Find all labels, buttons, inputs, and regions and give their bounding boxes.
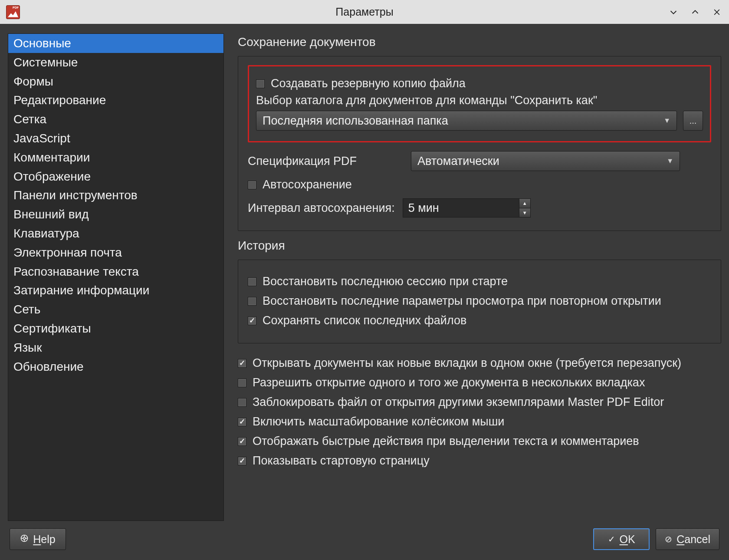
checkbox-open-tabs[interactable] [238,359,246,368]
sidebar-item[interactable]: Редактирование [8,91,223,110]
svg-point-3 [23,537,26,539]
checkbox-autosave[interactable] [248,181,256,189]
group-save: Создавать резервную копию файла Выбор ка… [238,56,721,231]
label-allow-multi: Разрешить открытие одного и того же доку… [253,376,645,389]
spinbox-autosave-interval[interactable]: 5 мин ▲ ▼ [403,198,531,217]
label-autosave-interval: Интервал автосохранения: [248,201,395,215]
spin-down-icon[interactable]: ▼ [519,208,530,217]
sidebar-item[interactable]: Внешний вид [8,205,223,224]
sidebar-item[interactable]: Распознавание текста [8,262,223,281]
section-title-save: Сохранение документов [238,35,721,49]
cancel-button[interactable]: ⊘ Cancel [656,528,719,550]
section-title-history: История [238,239,721,253]
sidebar-item[interactable]: Основные [8,34,223,53]
checkbox-quick-actions[interactable] [238,437,246,446]
label-wheel-zoom: Включить масштабирование колёсиком мыши [253,415,504,428]
checkbox-lock-file[interactable] [238,398,246,407]
ok-button[interactable]: ✓ OK [593,528,650,550]
label-backup: Создавать резервную копию файла [271,77,466,90]
label-quick-actions: Отображать быстрые действия при выделени… [253,435,639,448]
sidebar-item[interactable]: Панели инструментов [8,186,223,205]
checkbox-restore-view[interactable] [248,297,256,306]
sidebar-item[interactable]: Системные [8,53,223,72]
chevron-down-icon: ▼ [667,157,673,165]
checkbox-allow-multi[interactable] [238,379,246,387]
highlight-box: Создавать резервную копию файла Выбор ка… [248,65,711,142]
checkbox-restore-session[interactable] [248,277,256,286]
minimize-icon[interactable] [667,7,680,17]
maximize-icon[interactable] [689,7,701,17]
spinbox-value: 5 мин [403,199,519,217]
help-button-label: Help [33,533,55,546]
sidebar-item[interactable]: Затирание информации [8,281,223,300]
dialog-footer: Help ✓ OK ⊘ Cancel [0,525,729,560]
sidebar-item[interactable]: Отображение [8,167,223,186]
label-autosave: Автосохранение [263,178,352,191]
sidebar-item[interactable]: Сертификаты [8,319,223,338]
sidebar-item[interactable]: Комментарии [8,148,223,167]
sidebar-item[interactable]: JavaScript [8,129,223,148]
sidebar-item[interactable]: Формы [8,72,223,91]
checkbox-save-recent[interactable] [248,316,256,325]
checkbox-backup[interactable] [256,79,265,88]
label-save-recent: Сохранять список последних файлов [263,314,466,327]
sidebar-item[interactable]: Обновление [8,357,223,376]
checkbox-start-page[interactable] [238,457,246,465]
sidebar-item[interactable]: Сеть [8,300,223,319]
label-pdf-spec: Спецификация PDF [248,155,374,168]
combo-pdf-spec-value: Автоматически [417,155,499,168]
label-restore-session: Восстановить последнюю сессию при старте [263,275,508,288]
group-history: Восстановить последнюю сессию при старте… [238,260,721,343]
help-button[interactable]: Help [10,528,66,550]
combo-pdf-spec[interactable]: Автоматически ▼ [411,151,680,171]
spin-up-icon[interactable]: ▲ [519,199,530,208]
label-start-page: Показывать стартовую страницу [253,454,430,468]
help-icon [20,534,29,545]
label-restore-view: Восстановить последние параметры просмот… [263,294,661,308]
label-open-tabs: Открывать документы как новые вкладки в … [253,356,681,370]
sidebar-item[interactable]: Электронная почта [8,243,223,262]
browse-button[interactable]: ... [683,111,703,131]
label-lock-file: Заблокировать файл от открытия другими э… [253,395,664,409]
close-icon[interactable] [711,7,723,17]
checkbox-wheel-zoom[interactable] [238,418,246,426]
chevron-down-icon: ▼ [663,117,670,125]
sidebar-item[interactable]: Сетка [8,110,223,129]
title-bar: Параметры [0,0,729,24]
category-list[interactable]: ОсновныеСистемныеФормыРедактированиеСетк… [8,33,224,521]
label-folder: Выбор каталога для документов для команд… [256,94,597,107]
ok-button-label: OK [620,533,635,546]
cancel-button-label: Cancel [676,533,710,546]
sidebar-item[interactable]: Клавиатура [8,224,223,243]
combo-folder[interactable]: Последняя использованная папка ▼ [256,111,677,131]
sidebar-item[interactable]: Язык [8,338,223,357]
combo-folder-value: Последняя использованная папка [263,114,448,128]
app-icon [6,5,20,19]
window-title: Параметры [335,6,393,18]
check-icon: ✓ [608,534,615,544]
cancel-icon: ⊘ [665,534,672,544]
